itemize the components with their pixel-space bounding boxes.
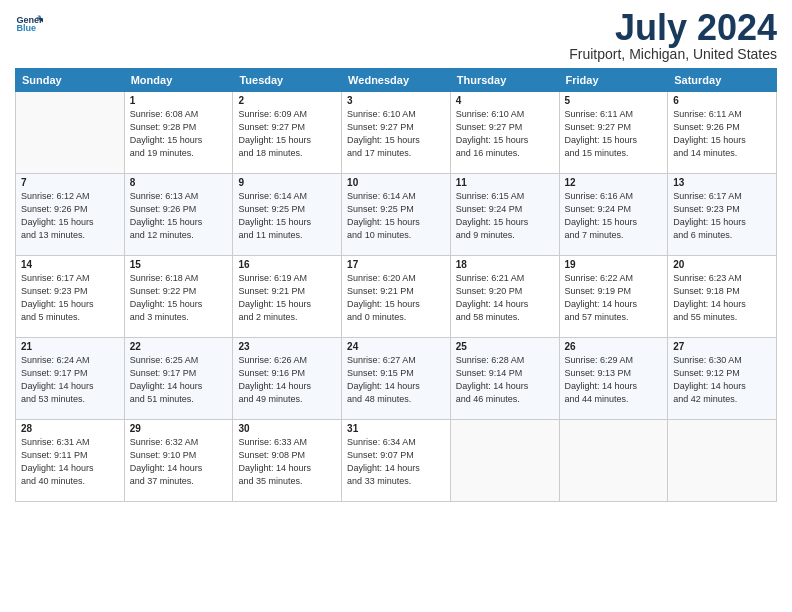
col-monday: Monday: [124, 69, 233, 92]
day-number: 19: [565, 259, 663, 270]
table-row: 28Sunrise: 6:31 AM Sunset: 9:11 PM Dayli…: [16, 420, 125, 502]
table-row: 4Sunrise: 6:10 AM Sunset: 9:27 PM Daylig…: [450, 92, 559, 174]
day-detail: Sunrise: 6:33 AM Sunset: 9:08 PM Dayligh…: [238, 436, 336, 488]
day-number: 6: [673, 95, 771, 106]
day-number: 7: [21, 177, 119, 188]
table-row: 23Sunrise: 6:26 AM Sunset: 9:16 PM Dayli…: [233, 338, 342, 420]
day-detail: Sunrise: 6:08 AM Sunset: 9:28 PM Dayligh…: [130, 108, 228, 160]
title-block: July 2024 Fruitport, Michigan, United St…: [569, 10, 777, 62]
day-number: 8: [130, 177, 228, 188]
table-row: [450, 420, 559, 502]
day-number: 4: [456, 95, 554, 106]
day-number: 3: [347, 95, 445, 106]
table-row: 9Sunrise: 6:14 AM Sunset: 9:25 PM Daylig…: [233, 174, 342, 256]
table-row: 7Sunrise: 6:12 AM Sunset: 9:26 PM Daylig…: [16, 174, 125, 256]
table-row: 8Sunrise: 6:13 AM Sunset: 9:26 PM Daylig…: [124, 174, 233, 256]
day-detail: Sunrise: 6:10 AM Sunset: 9:27 PM Dayligh…: [456, 108, 554, 160]
main-title: July 2024: [569, 10, 777, 46]
day-number: 24: [347, 341, 445, 352]
page: General Blue July 2024 Fruitport, Michig…: [0, 0, 792, 612]
table-row: 16Sunrise: 6:19 AM Sunset: 9:21 PM Dayli…: [233, 256, 342, 338]
week-row-2: 7Sunrise: 6:12 AM Sunset: 9:26 PM Daylig…: [16, 174, 777, 256]
day-detail: Sunrise: 6:29 AM Sunset: 9:13 PM Dayligh…: [565, 354, 663, 406]
day-number: 12: [565, 177, 663, 188]
table-row: 13Sunrise: 6:17 AM Sunset: 9:23 PM Dayli…: [668, 174, 777, 256]
day-number: 15: [130, 259, 228, 270]
table-row: 2Sunrise: 6:09 AM Sunset: 9:27 PM Daylig…: [233, 92, 342, 174]
table-row: 14Sunrise: 6:17 AM Sunset: 9:23 PM Dayli…: [16, 256, 125, 338]
col-sunday: Sunday: [16, 69, 125, 92]
day-detail: Sunrise: 6:10 AM Sunset: 9:27 PM Dayligh…: [347, 108, 445, 160]
day-detail: Sunrise: 6:12 AM Sunset: 9:26 PM Dayligh…: [21, 190, 119, 242]
day-detail: Sunrise: 6:34 AM Sunset: 9:07 PM Dayligh…: [347, 436, 445, 488]
day-number: 23: [238, 341, 336, 352]
week-row-1: 1Sunrise: 6:08 AM Sunset: 9:28 PM Daylig…: [16, 92, 777, 174]
day-detail: Sunrise: 6:30 AM Sunset: 9:12 PM Dayligh…: [673, 354, 771, 406]
header: General Blue July 2024 Fruitport, Michig…: [15, 10, 777, 62]
table-row: [16, 92, 125, 174]
day-number: 20: [673, 259, 771, 270]
table-row: 26Sunrise: 6:29 AM Sunset: 9:13 PM Dayli…: [559, 338, 668, 420]
day-number: 21: [21, 341, 119, 352]
week-row-3: 14Sunrise: 6:17 AM Sunset: 9:23 PM Dayli…: [16, 256, 777, 338]
day-number: 5: [565, 95, 663, 106]
day-number: 18: [456, 259, 554, 270]
day-detail: Sunrise: 6:26 AM Sunset: 9:16 PM Dayligh…: [238, 354, 336, 406]
table-row: 27Sunrise: 6:30 AM Sunset: 9:12 PM Dayli…: [668, 338, 777, 420]
day-number: 13: [673, 177, 771, 188]
day-detail: Sunrise: 6:18 AM Sunset: 9:22 PM Dayligh…: [130, 272, 228, 324]
day-detail: Sunrise: 6:17 AM Sunset: 9:23 PM Dayligh…: [21, 272, 119, 324]
week-row-5: 28Sunrise: 6:31 AM Sunset: 9:11 PM Dayli…: [16, 420, 777, 502]
col-saturday: Saturday: [668, 69, 777, 92]
col-wednesday: Wednesday: [342, 69, 451, 92]
day-number: 11: [456, 177, 554, 188]
day-number: 9: [238, 177, 336, 188]
day-number: 14: [21, 259, 119, 270]
day-detail: Sunrise: 6:14 AM Sunset: 9:25 PM Dayligh…: [347, 190, 445, 242]
day-detail: Sunrise: 6:23 AM Sunset: 9:18 PM Dayligh…: [673, 272, 771, 324]
table-row: 24Sunrise: 6:27 AM Sunset: 9:15 PM Dayli…: [342, 338, 451, 420]
day-detail: Sunrise: 6:17 AM Sunset: 9:23 PM Dayligh…: [673, 190, 771, 242]
day-detail: Sunrise: 6:19 AM Sunset: 9:21 PM Dayligh…: [238, 272, 336, 324]
week-row-4: 21Sunrise: 6:24 AM Sunset: 9:17 PM Dayli…: [16, 338, 777, 420]
calendar-header-row: Sunday Monday Tuesday Wednesday Thursday…: [16, 69, 777, 92]
table-row: 5Sunrise: 6:11 AM Sunset: 9:27 PM Daylig…: [559, 92, 668, 174]
table-row: 30Sunrise: 6:33 AM Sunset: 9:08 PM Dayli…: [233, 420, 342, 502]
day-number: 27: [673, 341, 771, 352]
table-row: [559, 420, 668, 502]
day-number: 30: [238, 423, 336, 434]
table-row: 12Sunrise: 6:16 AM Sunset: 9:24 PM Dayli…: [559, 174, 668, 256]
table-row: 20Sunrise: 6:23 AM Sunset: 9:18 PM Dayli…: [668, 256, 777, 338]
table-row: 6Sunrise: 6:11 AM Sunset: 9:26 PM Daylig…: [668, 92, 777, 174]
table-row: 10Sunrise: 6:14 AM Sunset: 9:25 PM Dayli…: [342, 174, 451, 256]
day-detail: Sunrise: 6:09 AM Sunset: 9:27 PM Dayligh…: [238, 108, 336, 160]
day-detail: Sunrise: 6:11 AM Sunset: 9:27 PM Dayligh…: [565, 108, 663, 160]
day-number: 29: [130, 423, 228, 434]
day-number: 26: [565, 341, 663, 352]
day-detail: Sunrise: 6:15 AM Sunset: 9:24 PM Dayligh…: [456, 190, 554, 242]
day-number: 22: [130, 341, 228, 352]
day-detail: Sunrise: 6:27 AM Sunset: 9:15 PM Dayligh…: [347, 354, 445, 406]
table-row: 15Sunrise: 6:18 AM Sunset: 9:22 PM Dayli…: [124, 256, 233, 338]
day-detail: Sunrise: 6:20 AM Sunset: 9:21 PM Dayligh…: [347, 272, 445, 324]
logo-icon: General Blue: [15, 10, 43, 38]
table-row: [668, 420, 777, 502]
table-row: 31Sunrise: 6:34 AM Sunset: 9:07 PM Dayli…: [342, 420, 451, 502]
col-friday: Friday: [559, 69, 668, 92]
col-tuesday: Tuesday: [233, 69, 342, 92]
table-row: 19Sunrise: 6:22 AM Sunset: 9:19 PM Dayli…: [559, 256, 668, 338]
day-number: 10: [347, 177, 445, 188]
day-detail: Sunrise: 6:24 AM Sunset: 9:17 PM Dayligh…: [21, 354, 119, 406]
col-thursday: Thursday: [450, 69, 559, 92]
day-detail: Sunrise: 6:14 AM Sunset: 9:25 PM Dayligh…: [238, 190, 336, 242]
table-row: 18Sunrise: 6:21 AM Sunset: 9:20 PM Dayli…: [450, 256, 559, 338]
subtitle: Fruitport, Michigan, United States: [569, 46, 777, 62]
day-detail: Sunrise: 6:25 AM Sunset: 9:17 PM Dayligh…: [130, 354, 228, 406]
day-detail: Sunrise: 6:16 AM Sunset: 9:24 PM Dayligh…: [565, 190, 663, 242]
day-number: 16: [238, 259, 336, 270]
logo: General Blue: [15, 10, 43, 38]
day-detail: Sunrise: 6:11 AM Sunset: 9:26 PM Dayligh…: [673, 108, 771, 160]
day-detail: Sunrise: 6:31 AM Sunset: 9:11 PM Dayligh…: [21, 436, 119, 488]
day-number: 28: [21, 423, 119, 434]
day-number: 17: [347, 259, 445, 270]
